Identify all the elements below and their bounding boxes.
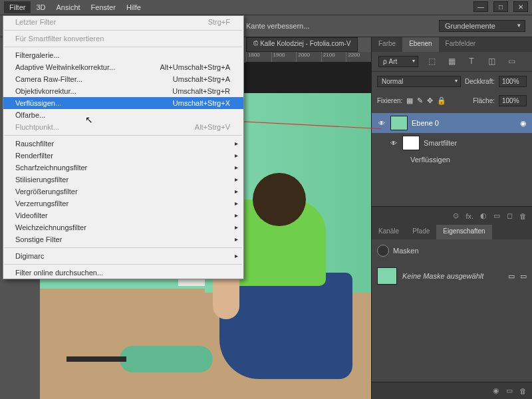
lock-brush-icon[interactable]: ✎ (417, 96, 423, 105)
filter-adjust-icon[interactable]: ▦ (445, 56, 458, 66)
tab-kanale[interactable]: Kanäle (372, 225, 406, 239)
menu-item-15[interactable]: Stilisierungsfilter (3, 174, 243, 186)
mask-icon[interactable]: ◐ (480, 211, 487, 220)
lock-move-icon[interactable]: ✥ (427, 96, 433, 105)
menu-item-16[interactable]: Vergrößerungsfilter (3, 186, 243, 198)
menu-ansicht[interactable]: Ansicht (51, 1, 86, 13)
layer-list: 👁 Ebene 0 ◉ 👁 Smartfilter Verflüssigen (372, 110, 532, 206)
preset-select[interactable]: Grundelemente (439, 20, 525, 32)
layer-footer: ⊙ fx. ◐ ▭ ◻ 🗑 (372, 206, 532, 225)
menu-item-2: Für Smartfilter konvertieren (3, 33, 243, 45)
menu-item-13[interactable]: Renderfilter (3, 150, 243, 162)
right-panels: Farbe Ebenen Farbfelder ρ Art ⬚ ▦ T ◫ ▭ … (371, 37, 532, 399)
lock-label: Fixieren: (377, 97, 402, 104)
menu-item-10: Fluchtpunkt...Alt+Strg+V (3, 121, 243, 133)
tab-eigenschaften[interactable]: Eigenschaften (436, 225, 491, 239)
visibility-icon[interactable]: 👁 (377, 120, 386, 127)
smartfilter-row[interactable]: 👁 Smartfilter (372, 133, 532, 153)
menu-item-9[interactable]: Ölfarbe... (3, 109, 243, 121)
menu-item-5[interactable]: Adaptive Weitwinkelkorrektur...Alt+Umsch… (3, 61, 243, 73)
load-selection-icon[interactable]: ◉ (493, 386, 499, 395)
layer-thumb[interactable] (390, 116, 408, 130)
menu-item-6[interactable]: Camera Raw-Filter...Umschalt+Strg+A (3, 73, 243, 85)
fill-label: Fläche: (473, 97, 495, 104)
lock-pixels-icon[interactable]: ▦ (406, 96, 413, 105)
menu-item-24[interactable]: Filter online durchsuchen... (3, 267, 243, 279)
liquify-filter-row[interactable]: Verflüssigen (372, 153, 532, 166)
smart-badge-icon: ◉ (520, 119, 527, 128)
menu-item-7[interactable]: Objektivkorrektur...Umschalt+Strg+R (3, 85, 243, 97)
maximize-button[interactable]: □ (493, 1, 508, 12)
vector-mask-icon[interactable]: ▭ (520, 272, 527, 281)
panel-tabs-bottom: Kanäle Pfade Eigenschaften (372, 225, 532, 239)
tab-farbe[interactable]: Farbe (372, 37, 402, 52)
menu-item-12[interactable]: Rauschfilter (3, 138, 243, 150)
layer-filter-row: ρ Art ⬚ ▦ T ◫ ▭ (372, 52, 532, 72)
menu-item-8[interactable]: Verflüssigen...Umschalt+Strg+X (3, 97, 243, 109)
panel-tabs-top: Farbe Ebenen Farbfelder (372, 37, 532, 52)
opacity-label: Deckkraft: (465, 78, 495, 85)
props-footer: ◉ ▭ 🗑 (372, 382, 532, 399)
menu-item-17[interactable]: Verzerrungsfilter (3, 198, 243, 209)
new-group-icon[interactable]: ▭ (493, 211, 500, 220)
filter-type-icon[interactable]: T (465, 56, 478, 66)
minimize-button[interactable]: — (473, 1, 488, 12)
masks-label: Masken (393, 247, 419, 255)
tab-pfade[interactable]: Pfade (406, 225, 436, 239)
mask-thumb (377, 267, 397, 285)
menu-3d[interactable]: 3D (31, 1, 51, 13)
blend-mode-select[interactable]: Normal (377, 76, 461, 87)
new-layer-icon[interactable]: ◻ (507, 211, 513, 220)
close-button[interactable]: ✕ (513, 1, 528, 12)
liquify-label: Verflüssigen (410, 156, 450, 164)
menu-fenster[interactable]: Fenster (86, 1, 121, 13)
tab-ebenen[interactable]: Ebenen (402, 37, 438, 52)
cursor-icon: ↖ (85, 114, 93, 125)
fx-icon[interactable]: fx. (466, 212, 473, 220)
lock-all-icon[interactable]: 🔒 (437, 96, 446, 105)
document-tab[interactable]: © Kalle Kolodziej - Fotolia.com-V (246, 37, 358, 52)
opacity-input[interactable]: 100% (499, 76, 527, 87)
trash-icon[interactable]: 🗑 (519, 212, 527, 220)
menu-item-22[interactable]: Digimarc (3, 250, 243, 262)
no-mask-label: Keine Maske ausgewählt (402, 272, 483, 280)
filter-smart-icon[interactable]: ▭ (505, 56, 518, 66)
menu-item-19[interactable]: Weichzeichnungsfilter (3, 221, 243, 233)
fill-input[interactable]: 100% (499, 95, 527, 106)
layer-ebene0[interactable]: 👁 Ebene 0 ◉ (372, 113, 532, 133)
apply-mask-icon[interactable]: ▭ (506, 386, 513, 395)
menu-hilfe[interactable]: Hilfe (121, 1, 146, 13)
menu-item-4[interactable]: Filtergalerie... (3, 49, 243, 61)
menu-item-14[interactable]: Scharfzeichnungsfilter (3, 162, 243, 174)
menu-item-0: Letzter FilterStrg+F (3, 16, 243, 28)
visibility-icon[interactable]: 👁 (389, 140, 398, 147)
window-controls: — □ ✕ (473, 1, 528, 12)
filter-dropdown[interactable]: Letzter FilterStrg+FFür Smartfilter konv… (3, 15, 244, 279)
filter-shape-icon[interactable]: ◫ (485, 56, 498, 66)
mask-mode-icon[interactable] (377, 245, 389, 257)
layer-name: Ebene 0 (412, 119, 439, 127)
refine-edge-button[interactable]: Kante verbessern... (246, 22, 309, 30)
delete-mask-icon[interactable]: 🗑 (519, 387, 527, 395)
smartfilter-thumb[interactable] (402, 136, 420, 150)
properties-panel: Masken Keine Maske ausgewählt ▭ ▭ ◉ ▭ 🗑 (372, 239, 532, 399)
menu-item-18[interactable]: Videofilter (3, 209, 243, 221)
layer-filter-select[interactable]: ρ Art (378, 56, 418, 67)
link-icon[interactable]: ⊙ (453, 211, 459, 220)
tab-farbfelder[interactable]: Farbfelder (439, 37, 483, 52)
ruler: 1800 1900 2000 2100 2200 (246, 52, 371, 63)
smartfilter-label: Smartfilter (424, 139, 457, 147)
menubar: Filter 3D Ansicht Fenster Hilfe (0, 0, 532, 15)
filter-image-icon[interactable]: ⬚ (425, 56, 438, 66)
menu-filter[interactable]: Filter (4, 1, 31, 13)
menu-item-20[interactable]: Sonstige Filter (3, 233, 243, 245)
pixel-mask-icon[interactable]: ▭ (508, 272, 515, 281)
